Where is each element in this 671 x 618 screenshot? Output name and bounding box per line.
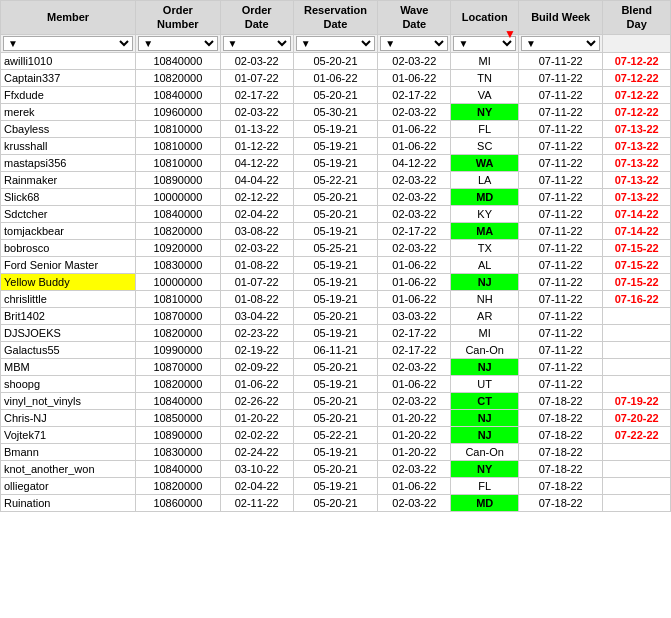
cell-order-num: 10850000	[136, 409, 220, 426]
cell-order-num: 10000000	[136, 273, 220, 290]
cell-member: Slick68	[1, 188, 136, 205]
cell-build-week: 07-18-22	[518, 409, 602, 426]
cell-member: Ffxdude	[1, 86, 136, 103]
table-row: Sdctcher1084000002-04-2205-20-2102-03-22…	[1, 205, 671, 222]
cell-blend-day: 07-19-22	[603, 392, 671, 409]
cell-build-week: 07-11-22	[518, 86, 602, 103]
cell-order-date: 01-07-22	[220, 69, 293, 86]
cell-order-num: 10920000	[136, 239, 220, 256]
cell-blend-day: 07-12-22	[603, 52, 671, 69]
cell-blend-day: 07-12-22	[603, 69, 671, 86]
cell-res-date: 05-20-21	[293, 188, 377, 205]
cell-order-date: 02-24-22	[220, 443, 293, 460]
cell-order-num: 10870000	[136, 358, 220, 375]
cell-location: NJ	[451, 358, 519, 375]
cell-wave-date: 01-20-22	[378, 443, 451, 460]
cell-build-week: 07-11-22	[518, 222, 602, 239]
cell-blend-day: 07-15-22	[603, 239, 671, 256]
cell-wave-date: 02-03-22	[378, 188, 451, 205]
cell-blend-day	[603, 341, 671, 358]
cell-blend-day: 07-13-22	[603, 171, 671, 188]
cell-build-week: 07-11-22	[518, 171, 602, 188]
filter-order-num[interactable]: ▼	[136, 34, 220, 52]
cell-wave-date: 01-06-22	[378, 256, 451, 273]
table-row: krusshall1081000001-12-2205-19-2101-06-2…	[1, 137, 671, 154]
cell-res-date: 05-19-21	[293, 324, 377, 341]
filter-row[interactable]: ▼ ▼ ▼ ▼ ▼ ▼ ▼ ▼	[1, 34, 671, 52]
cell-location: TN	[451, 69, 519, 86]
cell-build-week: 07-11-22	[518, 239, 602, 256]
cell-location: MI	[451, 324, 519, 341]
cell-wave-date: 01-06-22	[378, 137, 451, 154]
cell-blend-day	[603, 375, 671, 392]
cell-blend-day: 07-12-22	[603, 86, 671, 103]
cell-order-date: 01-08-22	[220, 256, 293, 273]
table-row: Brit14021087000003-04-2205-20-2103-03-22…	[1, 307, 671, 324]
cell-location: Can-On	[451, 341, 519, 358]
table-row: knot_another_won1084000003-10-2205-20-21…	[1, 460, 671, 477]
cell-blend-day: 07-13-22	[603, 137, 671, 154]
cell-res-date: 05-20-21	[293, 460, 377, 477]
cell-order-num: 10890000	[136, 426, 220, 443]
table-row: Slick681000000002-12-2205-20-2102-03-22M…	[1, 188, 671, 205]
cell-order-date: 01-08-22	[220, 290, 293, 307]
cell-member: krusshall	[1, 137, 136, 154]
cell-build-week: 07-11-22	[518, 341, 602, 358]
cell-res-date: 05-19-21	[293, 273, 377, 290]
cell-location: Can-On	[451, 443, 519, 460]
cell-build-week: 07-18-22	[518, 494, 602, 511]
filter-res-date[interactable]: ▼	[293, 34, 377, 52]
filter-blend-day[interactable]	[603, 34, 671, 52]
cell-location: MD	[451, 188, 519, 205]
cell-wave-date: 01-20-22	[378, 409, 451, 426]
cell-wave-date: 02-17-22	[378, 86, 451, 103]
cell-blend-day: 07-15-22	[603, 273, 671, 290]
cell-build-week: 07-11-22	[518, 290, 602, 307]
filter-location[interactable]: ▼ ▼	[451, 34, 519, 52]
cell-location: NH	[451, 290, 519, 307]
cell-member: bobrosco	[1, 239, 136, 256]
table-row: Ford Senior Master1083000001-08-2205-19-…	[1, 256, 671, 273]
cell-build-week: 07-18-22	[518, 460, 602, 477]
table-row: olliegator1082000002-04-2205-19-2101-06-…	[1, 477, 671, 494]
table-row: Cbayless1081000001-13-2205-19-2101-06-22…	[1, 120, 671, 137]
cell-order-num: 10840000	[136, 52, 220, 69]
cell-location: NY	[451, 460, 519, 477]
cell-res-date: 06-11-21	[293, 341, 377, 358]
table-row: mastapsi3561081000004-12-2205-19-2104-12…	[1, 154, 671, 171]
cell-wave-date: 02-03-22	[378, 171, 451, 188]
filter-member[interactable]: ▼	[1, 34, 136, 52]
header-row: Member OrderNumber OrderDate Reservation…	[1, 1, 671, 35]
table-row: DJSJOEKS1082000002-23-2205-19-2102-17-22…	[1, 324, 671, 341]
cell-order-date: 02-12-22	[220, 188, 293, 205]
cell-member: merek	[1, 103, 136, 120]
header-order-date: OrderDate	[220, 1, 293, 35]
cell-member: Bmann	[1, 443, 136, 460]
filter-indicator: ▼	[504, 27, 516, 41]
cell-member: Galactus55	[1, 341, 136, 358]
cell-member: chrislittle	[1, 290, 136, 307]
cell-order-num: 10830000	[136, 256, 220, 273]
header-order-num: OrderNumber	[136, 1, 220, 35]
cell-member: Chris-NJ	[1, 409, 136, 426]
header-res-date: ReservationDate	[293, 1, 377, 35]
filter-wave-date[interactable]: ▼	[378, 34, 451, 52]
cell-order-date: 02-03-22	[220, 239, 293, 256]
table-row: merek1096000002-03-2205-30-2102-03-22NY0…	[1, 103, 671, 120]
filter-build-week[interactable]: ▼	[518, 34, 602, 52]
cell-blend-day	[603, 460, 671, 477]
filter-order-date[interactable]: ▼	[220, 34, 293, 52]
cell-order-num: 10810000	[136, 154, 220, 171]
cell-res-date: 05-22-21	[293, 171, 377, 188]
cell-order-date: 01-06-22	[220, 375, 293, 392]
cell-wave-date: 02-03-22	[378, 494, 451, 511]
cell-build-week: 07-11-22	[518, 154, 602, 171]
cell-blend-day	[603, 477, 671, 494]
table-body: awilli10101084000002-03-2205-20-2102-03-…	[1, 52, 671, 511]
table-row: Rainmaker1089000004-04-2205-22-2102-03-2…	[1, 171, 671, 188]
cell-blend-day: 07-14-22	[603, 205, 671, 222]
cell-location: VA	[451, 86, 519, 103]
cell-order-date: 02-03-22	[220, 103, 293, 120]
cell-location: KY	[451, 205, 519, 222]
cell-build-week: 07-11-22	[518, 188, 602, 205]
